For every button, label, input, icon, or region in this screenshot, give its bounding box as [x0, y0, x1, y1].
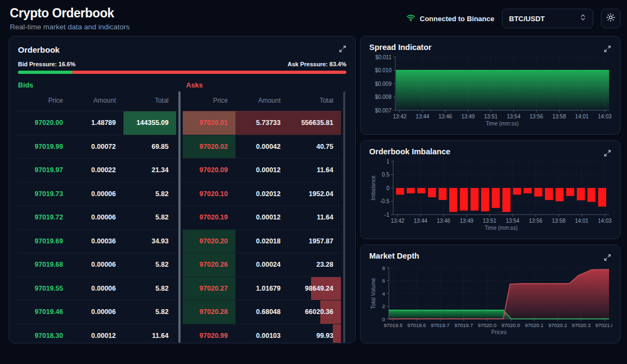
x-tick: 13:54 — [507, 114, 520, 120]
bid-total-cell: 144355.09 — [123, 111, 176, 135]
x-tick: 13:58 — [552, 218, 566, 224]
imbalance-bar — [545, 188, 553, 200]
ask-row[interactable]: 97020.015.73733556635.81 — [183, 111, 341, 135]
x-tick: 13:51 — [484, 114, 498, 120]
ask-row[interactable]: 97020.271.0167998649.24 — [183, 277, 341, 300]
imbalance-bar — [577, 188, 585, 200]
orderbook-panel: Orderbook Bid Pressure: 16.6% Ask Pressu… — [9, 36, 356, 343]
bid-price-cell: 97020.00 — [18, 111, 71, 135]
bids-rows: 97020.001.48789144355.0997019.990.000726… — [18, 111, 176, 343]
ask-total-cell: 66020.36 — [288, 300, 341, 324]
bid-row[interactable]: 97019.990.0007269.85 — [18, 135, 176, 159]
spread-chart: $0.011$0.010$0.009$0.008$0.00713:4213:44… — [369, 53, 611, 129]
x-tick: 97019.6 — [407, 322, 426, 328]
bid-amount-cell: 0.00036 — [71, 230, 123, 253]
bid-amount-cell: 0.00006 — [71, 206, 123, 229]
imbalance-expand-button[interactable] — [603, 148, 612, 160]
ask-row[interactable]: 97020.200.020181957.87 — [183, 229, 341, 253]
ask-total-cell: 556635.81 — [288, 111, 341, 135]
imbalance-bar — [470, 188, 479, 211]
bid-row[interactable]: 97019.720.000065.82 — [18, 205, 176, 229]
y-tick: $0.008 — [375, 94, 392, 100]
y-tick: $0.007 — [375, 108, 392, 114]
column-header-total: Total — [123, 97, 176, 104]
ask-row[interactable]: 97020.260.0002423.28 — [183, 253, 341, 277]
x-tick: 13:58 — [552, 114, 566, 120]
pair-selector[interactable]: BTC/USDT — [502, 9, 593, 28]
imbalance-chart: 10.50-0.5-113:4213:4413:4613:4913:5113:5… — [369, 157, 611, 233]
x-tick: 13:56 — [530, 114, 543, 120]
bid-row[interactable]: 97020.001.48789144355.09 — [18, 111, 176, 135]
bid-amount-cell: 0.00006 — [71, 277, 123, 300]
orderbook-tables: PriceAmountTotal 97020.001.48789144355.0… — [18, 91, 346, 343]
asks-scrollbar[interactable] — [343, 91, 345, 343]
x-axis-label: Time (mm:ss) — [485, 225, 518, 231]
app-header: Crypto Orderbook Real-time market data a… — [0, 0, 627, 36]
imbalance-bar — [439, 188, 447, 200]
depth-expand-button[interactable] — [603, 253, 612, 264]
orderbook-expand-button[interactable] — [338, 44, 347, 55]
imbalance-bar — [556, 188, 564, 202]
x-tick: 97020.2 — [548, 322, 567, 328]
y-tick: 1 — [386, 159, 389, 165]
bid-total-cell: 34.93 — [123, 230, 176, 253]
y-tick: 2 — [382, 303, 385, 309]
ask-price-cell: 97020.99 — [183, 324, 235, 343]
pressure-bar — [18, 71, 346, 74]
bid-row[interactable]: 97019.460.000065.82 — [18, 300, 176, 324]
bids-scrollbar[interactable] — [178, 91, 181, 343]
expand-icon — [604, 150, 611, 159]
asks-rows: 97020.015.73733556635.8197020.020.000424… — [183, 111, 341, 343]
bids-table-header: PriceAmountTotal — [18, 91, 176, 111]
bid-row[interactable]: 97019.730.000065.82 — [18, 182, 176, 206]
imbalance-bar — [407, 188, 415, 193]
ask-price-cell: 97020.27 — [183, 277, 235, 300]
x-tick: 97021.0 — [595, 322, 612, 328]
y-tick: 6 — [382, 278, 385, 284]
bid-row[interactable]: 97019.550.000065.82 — [18, 277, 176, 300]
imbalance-bar — [460, 188, 468, 211]
orderbook-imbalance-panel: Orderbook Imbalance 10.50-0.5-113:4213:4… — [360, 140, 620, 239]
depth-svg: 8642097019.597019.697019.797019.797020.0… — [369, 261, 612, 337]
bid-amount-cell: 1.48789 — [71, 111, 123, 135]
bid-row[interactable]: 97019.680.000065.82 — [18, 253, 176, 277]
theme-toggle-button[interactable] — [601, 9, 620, 28]
ask-price-cell: 97020.10 — [183, 183, 235, 206]
ask-amount-cell: 1.01679 — [235, 277, 288, 300]
orderbook-panel-title: Orderbook — [18, 45, 346, 54]
bid-row[interactable]: 97019.690.0003634.93 — [18, 229, 176, 253]
spread-panel-title: Spread Indicator — [369, 43, 611, 52]
ask-row[interactable]: 97020.090.0001211.64 — [183, 158, 341, 182]
y-tick: 8 — [382, 265, 385, 271]
ask-row[interactable]: 97020.280.6804866020.36 — [183, 300, 341, 324]
ask-row[interactable]: 97020.190.0001211.64 — [183, 205, 341, 229]
x-tick: 97019.7 — [454, 322, 473, 328]
imbalance-bar — [587, 188, 595, 202]
ask-total-cell: 98649.24 — [288, 277, 341, 300]
x-axis-label: Prices — [492, 329, 507, 335]
y-tick: 0.5 — [382, 172, 389, 178]
header-left: Crypto Orderbook Real-time market data a… — [10, 6, 130, 31]
ask-row[interactable]: 97020.100.020121952.04 — [183, 182, 341, 206]
asks-label: Asks — [178, 81, 346, 89]
ask-row[interactable]: 97020.990.0010399.93 — [183, 324, 341, 343]
spread-expand-button[interactable] — [603, 44, 612, 55]
bid-row[interactable]: 97019.970.0002221.34 — [18, 158, 176, 182]
ask-total-cell: 1957.87 — [288, 230, 341, 253]
bid-amount-cell: 0.00006 — [71, 300, 123, 324]
header-right: Connected to Binance BTC/USDT — [406, 9, 620, 28]
bid-price-cell: 97019.55 — [18, 277, 71, 300]
spread-area — [396, 71, 609, 111]
bid-price-cell: 97019.97 — [18, 159, 71, 182]
ask-amount-cell: 5.73733 — [235, 111, 288, 135]
asks-table-header: PriceAmountTotal — [183, 91, 341, 111]
ask-amount-cell: 0.02018 — [235, 230, 288, 253]
column-header-price: Price — [183, 97, 235, 104]
bid-pressure-fill — [18, 71, 72, 74]
bid-row[interactable]: 97018.300.0001211.64 — [18, 324, 176, 343]
ask-row[interactable]: 97020.020.0004240.75 — [183, 135, 341, 159]
column-header-amount: Amount — [71, 97, 123, 104]
page-title: Crypto Orderbook — [10, 6, 130, 21]
x-tick: 14:01 — [575, 114, 589, 120]
column-header-amount: Amount — [235, 97, 288, 104]
